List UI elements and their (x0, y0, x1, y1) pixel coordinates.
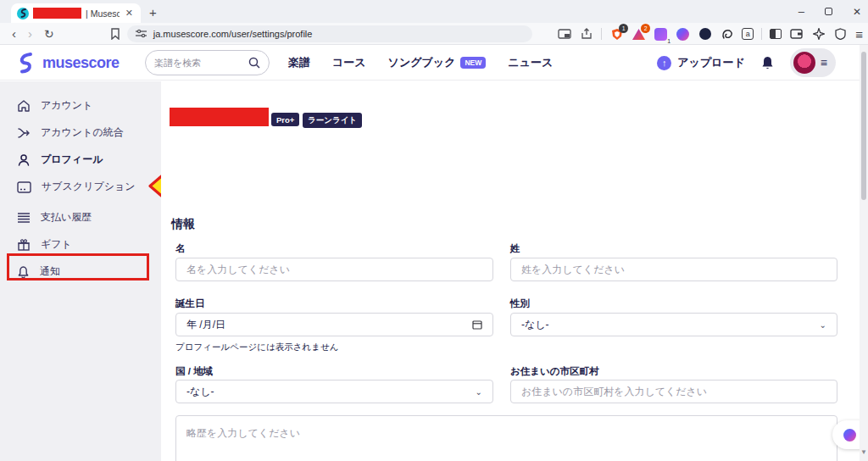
shield-badge: 1 (619, 24, 628, 33)
sidebar-item-profile[interactable]: プロフィール (17, 153, 103, 167)
extension-dark-icon[interactable] (698, 27, 712, 42)
new-badge: NEW (460, 57, 486, 69)
maximize-button[interactable] (825, 8, 832, 15)
pro-badge: Pro+ (271, 113, 299, 126)
city-input[interactable]: お住まいの市区町村を入力してください (510, 380, 837, 403)
avatar (793, 52, 815, 74)
first-name-input[interactable]: 名を入力してください (175, 258, 493, 281)
nav-courses[interactable]: コース (332, 55, 366, 70)
musescore-clef-icon (15, 52, 37, 74)
birthday-input[interactable]: 年 /月/日 (175, 313, 493, 336)
settings-sidebar: アカウント アカウントの統合 プロフィール サブスクリプション 支払い履歴 ギフ… (0, 81, 161, 461)
nav-news[interactable]: ニュース (508, 55, 553, 70)
nav-songbooks[interactable]: ソングブックNEW (388, 55, 487, 70)
country-label: 国 / 地域 (175, 365, 493, 378)
browser-titlebar: | Musescore.com ✕ + – ✕ (0, 0, 868, 23)
extension-purple-icon[interactable]: 1 (654, 27, 668, 42)
logo-text: musescore (42, 54, 120, 72)
toolbar-divider (601, 28, 602, 40)
main-nav: 楽譜 コース ソングブックNEW ニュース (288, 45, 553, 81)
share-icon[interactable] (579, 27, 593, 42)
picture-in-picture-icon[interactable] (557, 27, 571, 42)
screen: | Musescore.com ✕ + – ✕ ‹ › ↻ ja.musesco… (0, 0, 868, 461)
search-input[interactable]: 楽譜を検索 (145, 50, 270, 75)
rewards-triangle-icon[interactable]: 2 (632, 27, 646, 42)
upload-label: アップロード (677, 55, 745, 70)
profile-settings-form: Pro+ ラーンライト 情報 名 名を入力してください 姓 姓を入力してください… (161, 81, 868, 461)
wallet-icon[interactable] (789, 27, 804, 42)
back-button[interactable]: ‹ (12, 26, 16, 41)
account-menu-icon: ≡ (821, 56, 827, 69)
header-right: ↑ アップロード ≡ (657, 45, 836, 81)
sidebar-item-payment-history[interactable]: 支払い履歴 (17, 210, 92, 225)
url-bar[interactable]: ja.musescore.com/user/settings/profile (127, 25, 532, 42)
browser-menu-icon[interactable]: ≡ (855, 27, 863, 42)
site-header: musescore 楽譜を検索 楽譜 コース ソングブックNEW ニュース ↑ … (0, 45, 860, 81)
upload-icon: ↑ (657, 56, 671, 70)
musescore-favicon (17, 8, 29, 19)
reload-button[interactable]: ↻ (44, 27, 54, 41)
birthday-helper: プロフィールページには表示されません (175, 342, 493, 353)
redacted-username-tab (33, 8, 81, 19)
toolbar-right: 1 2 1 a (557, 23, 863, 45)
person-icon (17, 153, 31, 167)
sidebar-item-gifts[interactable]: ギフト (17, 237, 72, 252)
merge-icon (17, 126, 31, 140)
list-lines-icon (17, 212, 31, 224)
search-placeholder: 楽譜を検索 (154, 57, 248, 69)
birthday-label: 誕生日 (175, 297, 493, 310)
scrollbar-thumb[interactable] (861, 52, 866, 200)
search-icon[interactable] (248, 57, 260, 69)
minimize-button[interactable]: – (798, 5, 804, 18)
extension-brain-icon[interactable] (676, 27, 690, 42)
gender-select[interactable]: -なし- ⌄ (510, 313, 837, 336)
extension-badge: 1 (667, 38, 670, 44)
window-close-button[interactable]: ✕ (853, 6, 861, 18)
browser-toolbar: ‹ › ↻ ja.musescore.com/user/settings/pro… (0, 23, 868, 45)
learn-badge: ラーンライト (303, 113, 362, 128)
sidebar-item-account-merge[interactable]: アカウントの統合 (17, 125, 124, 140)
brave-shield-icon[interactable]: 1 (609, 27, 624, 42)
calendar-icon[interactable] (472, 319, 482, 330)
rewards-badge: 2 (641, 24, 650, 33)
sidebar-item-account[interactable]: アカウント (17, 98, 92, 113)
annotation-highlight-box (7, 253, 149, 280)
browser-tab[interactable]: | Musescore.com ✕ (11, 3, 141, 23)
upload-button[interactable]: ↑ アップロード (657, 55, 745, 70)
country-select[interactable]: -なし- ⌄ (175, 380, 493, 403)
home-icon (17, 99, 31, 113)
account-menu[interactable]: ≡ (790, 48, 836, 77)
musescore-logo[interactable]: musescore (15, 52, 120, 74)
nav-scores[interactable]: 楽譜 (288, 55, 310, 70)
city-label: お住まいの市区町村 (510, 365, 837, 378)
sidebar-toggle-icon[interactable] (770, 29, 782, 39)
last-name-input[interactable]: 姓を入力してください (510, 258, 837, 281)
tab-close-icon[interactable]: ✕ (124, 8, 135, 19)
extension-a-icon[interactable]: a (742, 28, 754, 40)
extension-squirrel-icon[interactable] (720, 27, 734, 42)
new-tab-button[interactable]: + (149, 5, 157, 19)
redacted-username (170, 108, 269, 126)
leo-sparkle-icon[interactable] (811, 27, 826, 42)
chevron-down-icon: ⌄ (820, 320, 826, 330)
section-title: 情報 (171, 217, 195, 232)
gender-label: 性別 (510, 297, 837, 310)
page-scrollbar[interactable]: ▼ (860, 45, 868, 461)
site-settings-icon[interactable] (136, 29, 147, 38)
url-text[interactable]: ja.musescore.com/user/settings/profile (153, 29, 313, 39)
forward-button: › (28, 26, 32, 41)
sidebar-item-subscriptions[interactable]: サブスクリプション (17, 180, 136, 194)
brain-icon (843, 429, 856, 442)
bio-textarea[interactable]: 略歴を入力してください (175, 415, 837, 461)
bookmark-icon[interactable] (110, 28, 120, 40)
vpn-shield-icon[interactable] (833, 27, 848, 42)
scrollbar-down-arrow[interactable]: ▼ (860, 448, 867, 456)
chevron-down-icon: ⌄ (476, 387, 482, 397)
tab-title: | Musescore.com (86, 8, 120, 19)
notifications-bell-icon[interactable] (760, 55, 775, 70)
toolbar-divider (761, 28, 762, 40)
credit-card-icon (17, 181, 31, 193)
window-controls: – ✕ (798, 0, 861, 23)
gift-icon (17, 238, 31, 252)
first-name-label: 名 (175, 242, 493, 255)
